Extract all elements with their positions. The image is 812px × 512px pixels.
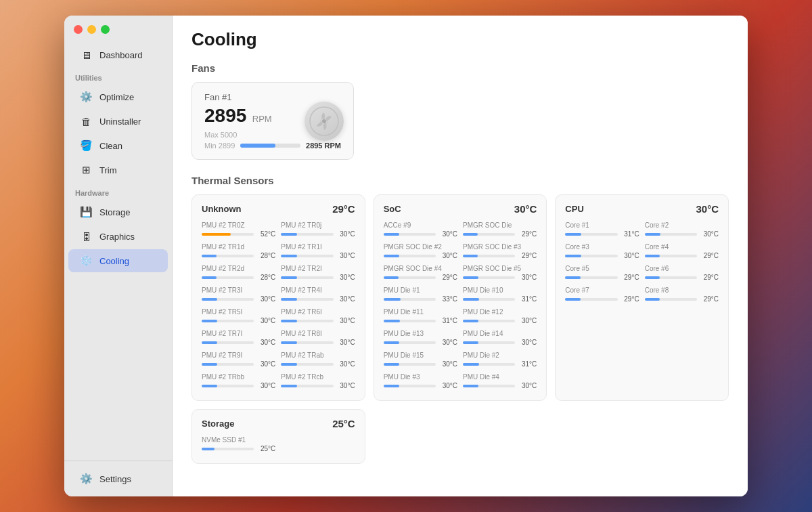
sensor-bar-row: 30°C <box>384 360 457 368</box>
sensor-bar-row: 30°C <box>565 252 639 259</box>
minimize-button[interactable] <box>87 25 96 34</box>
sensor-bar-fill <box>281 233 296 236</box>
sidebar-item-storage[interactable]: 💾 Storage <box>68 200 168 223</box>
sensor-bar-fill <box>202 448 215 450</box>
sidebar-item-optimize[interactable]: ⚙️ Optimize <box>68 85 168 108</box>
sensor-item-temp: 30°C <box>256 295 275 303</box>
sensor-item: Core #131°C <box>565 221 639 238</box>
sensor-bar-fill <box>384 298 401 301</box>
sensor-item: PMU Die #133°C <box>384 286 457 303</box>
sensor-bar-container <box>281 255 333 257</box>
sensor-bar-container <box>645 233 697 236</box>
sensor-card-main-temp: 25°C <box>332 418 355 429</box>
sensor-card-main-temp: 30°C <box>514 203 537 215</box>
sensor-item-temp: 30°C <box>518 339 537 346</box>
sidebar-item-label: Graphics <box>99 232 135 242</box>
sidebar-item-dashboard[interactable]: 🖥 Dashboard <box>68 43 168 66</box>
sidebar-item-clean[interactable]: 🪣 Clean <box>68 134 168 157</box>
sensor-item-temp: 30°C <box>700 230 719 238</box>
sidebar-item-label: Cooling <box>99 256 129 266</box>
sensor-item-temp: 30°C <box>336 382 355 389</box>
fan-bar-row: Min 2899 2895 RPM <box>204 142 341 150</box>
sensor-item: PMU #2 TR4I30°C <box>281 286 355 303</box>
sensor-bar-container <box>202 233 254 236</box>
sensor-item: PMU #2 TR9I30°C <box>202 351 275 368</box>
sensor-name: PMU #2 TR2I <box>281 265 355 272</box>
main-content: Cooling Fans Fan #1 2895 RPM Max 5000 Mi… <box>173 16 748 496</box>
sensor-item: Core #629°C <box>645 265 719 281</box>
clean-icon: 🪣 <box>79 139 93 152</box>
sidebar-item-settings[interactable]: ⚙️ Settings <box>68 467 168 490</box>
sensor-bar-container <box>463 255 515 257</box>
sensor-bar-container <box>463 385 515 387</box>
sidebar-item-trim[interactable]: ⊞ Trim <box>68 158 168 182</box>
sensor-item-temp: 30°C <box>438 230 457 238</box>
sensor-bar-row: 30°C <box>384 252 457 259</box>
close-button[interactable] <box>74 25 83 34</box>
sidebar-item-uninstaller[interactable]: 🗑 Uninstaller <box>68 110 168 133</box>
sensor-name: PMU Die #15 <box>384 351 457 359</box>
sidebar-item-cooling[interactable]: ❄️ Cooling <box>68 249 168 272</box>
sensor-bar-row: 31°C <box>463 295 537 303</box>
sensor-item-temp: 30°C <box>256 339 275 346</box>
sensor-item-temp: 30°C <box>438 252 457 259</box>
sensor-bar-row: 30°C <box>202 295 275 303</box>
sensor-bar-container <box>281 320 333 322</box>
fan-current-label: 2895 RPM <box>306 142 341 150</box>
sidebar-bottom: ⚙️ Settings <box>64 461 172 496</box>
sensor-bar-fill <box>202 233 231 236</box>
sensor-bar-fill <box>202 276 217 279</box>
sensor-item-temp: 52°C <box>256 230 275 238</box>
sensor-bar-container <box>384 255 436 257</box>
sensor-item-temp: 29°C <box>621 295 639 303</box>
sensor-bar-fill <box>202 341 217 344</box>
sensor-name: PMU Die #1 <box>384 286 457 294</box>
sensor-item-temp: 30°C <box>518 382 537 389</box>
sensor-bar-container <box>202 276 254 279</box>
sensor-bar-container <box>281 341 333 344</box>
sidebar-item-label: Optimize <box>99 92 134 102</box>
sensor-card-title: CPU <box>565 204 583 214</box>
sensor-item: PMU #2 TR6I30°C <box>281 308 355 324</box>
sensor-item: PMU #2 TR2d28°C <box>202 265 275 281</box>
sensor-item-temp: 30°C <box>438 382 457 389</box>
sensor-card-header: Storage25°C <box>202 418 355 429</box>
sensor-name: PMGR SOC Die <box>463 221 537 229</box>
sensor-item-grid: NVMe SSD #125°C <box>202 436 355 455</box>
sensor-item-temp: 33°C <box>438 295 457 303</box>
sensor-bar-row: 30°C <box>384 339 457 346</box>
sidebar-item-graphics[interactable]: 🎛 Graphics <box>68 225 168 248</box>
sensor-name: PMGR SOC Die #3 <box>463 243 537 251</box>
sensor-bar-fill <box>565 298 580 301</box>
sensor-bar-row: 30°C <box>202 317 275 324</box>
optimize-icon: ⚙️ <box>79 90 93 104</box>
sensor-bar-row: 29°C <box>384 274 457 281</box>
sensor-bar-row: 30°C <box>463 317 537 324</box>
sensor-item-grid: ACCe #930°CPMGR SOC Die29°CPMGR SOC Die … <box>384 221 537 392</box>
sensor-bar-fill <box>384 385 399 387</box>
sensor-item-temp: 29°C <box>621 274 639 281</box>
sensor-card-title: Unknown <box>202 204 242 214</box>
sensor-bar-container <box>281 276 333 279</box>
fan-svg-icon <box>309 106 340 137</box>
utilities-section-label: Utilities <box>64 67 172 85</box>
sensor-item-temp: 30°C <box>518 317 537 324</box>
sensor-bar-fill <box>384 233 399 236</box>
sensor-bar-fill <box>281 255 296 257</box>
sensor-bar-row: 29°C <box>463 230 537 238</box>
sensor-bar-fill <box>281 298 296 301</box>
sensor-bar-fill <box>202 320 217 322</box>
fans-section-title: Fans <box>191 62 729 74</box>
sensor-item: PMU #2 TR0Z52°C <box>202 221 275 238</box>
maximize-button[interactable] <box>101 25 110 34</box>
sensor-bar-container <box>463 363 515 366</box>
sensor-card-main-temp: 29°C <box>332 203 355 215</box>
sensor-name: Core #1 <box>565 221 639 229</box>
sensor-item: Core #230°C <box>645 221 719 238</box>
sensor-bar-row: 31°C <box>384 317 457 324</box>
traffic-lights <box>74 25 110 34</box>
sensor-item: PMU Die #231°C <box>463 351 537 368</box>
sensor-item-temp: 31°C <box>518 295 537 303</box>
sensor-item-temp: 31°C <box>438 317 457 324</box>
sensor-item-temp: 29°C <box>700 295 719 303</box>
